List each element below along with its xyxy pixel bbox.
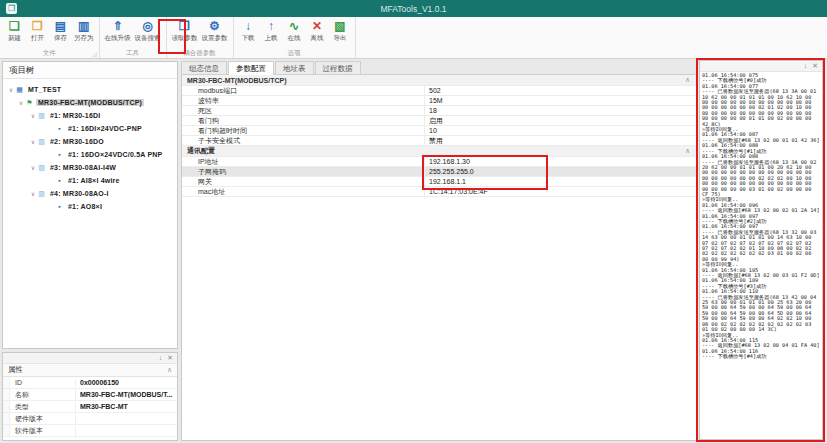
online-button[interactable]: ∿ 在线: [283, 18, 306, 48]
ribbon-group-file: ❏ 新建 ❒ 打开 ▤ 保存 ▥ 另存为 文件 ◿: [0, 17, 100, 58]
property-row[interactable]: ID 0x00006150: [3, 377, 177, 389]
parameter-value[interactable]: 15M: [425, 97, 696, 104]
properties-panel-toolbar: ↓ ✕: [3, 353, 177, 364]
log-line: ---- 已将数据发送至服务器(68 13 3A 00 02 20 62 00 …: [702, 160, 820, 198]
tab[interactable]: 地址表: [275, 61, 314, 75]
property-label: 类型: [10, 402, 76, 412]
parameter-label: 通讯配置: [182, 146, 215, 156]
tree-item[interactable]: ▪ #1: AI8×I 4wire: [3, 174, 177, 187]
online-upgrade-button[interactable]: ⇑ 在线升级: [103, 18, 133, 48]
tree-item[interactable]: ∨ ▥ #1: MR30-16DI: [3, 109, 177, 122]
pin-icon[interactable]: ↓: [159, 353, 163, 363]
download-button[interactable]: ↓ 下载: [237, 18, 260, 48]
expander-chevron-icon[interactable]: ∨: [29, 164, 37, 171]
expander-chevron-icon[interactable]: ∨: [29, 138, 37, 145]
tab[interactable]: 参数配置: [228, 61, 274, 75]
submodule-icon: ▪: [55, 203, 64, 210]
parameter-row[interactable]: 看门狗 启用: [182, 116, 696, 126]
toolbar-button-label: 在线升级: [105, 34, 131, 43]
toolbar-button-label: 保存: [54, 34, 67, 43]
offline-button[interactable]: ✕ 离线: [306, 18, 329, 48]
parameter-row[interactable]: 看门狗超时时间 10: [182, 126, 696, 136]
close-icon[interactable]: ✕: [812, 61, 818, 71]
expander-chevron-icon[interactable]: ∨: [17, 99, 25, 106]
row-gutter: [3, 425, 10, 436]
property-row[interactable]: 名称 MR30-FBC-MT(MODBUS/T...: [3, 389, 177, 401]
parameter-value[interactable]: 启用: [425, 116, 696, 126]
app-icon[interactable]: ❐: [6, 3, 17, 14]
tree-item-label: #3: MR30-08AI-I4W: [48, 164, 118, 171]
log-output[interactable]: 01.06 16:54:00 075 ---- 下载槽位号[#0]成功 01.0…: [700, 72, 822, 361]
tab[interactable]: 过程数据: [315, 61, 361, 75]
pin-icon[interactable]: ↓: [804, 61, 808, 71]
upload-button[interactable]: ↑ 上载: [260, 18, 283, 48]
parameter-value[interactable]: 192.168.1.30: [425, 158, 696, 165]
tree-item[interactable]: ∨ ▥ #3: MR30-08AI-I4W: [3, 161, 177, 174]
parameter-label: 波特率: [182, 96, 425, 105]
dialog-launcher-icon[interactable]: ◿: [93, 51, 97, 57]
property-value: MR30-FBC-MT(MODBUS/T...: [76, 391, 177, 398]
device-search-button[interactable]: ◎ 设备搜索: [133, 18, 163, 48]
online-link-icon: ∿: [289, 19, 299, 34]
new-button[interactable]: ❏ 新建: [3, 18, 26, 48]
submodule-icon: ▪: [55, 177, 64, 184]
export-button[interactable]: ▧ 导出: [329, 18, 352, 48]
properties-title[interactable]: 属性: [3, 364, 177, 377]
tree-item[interactable]: ▪ #1: AO8×I: [3, 200, 177, 213]
open-button[interactable]: ❒ 打开: [26, 18, 49, 48]
expander-chevron-icon[interactable]: ∨: [29, 112, 37, 119]
parameter-label: modbus端口: [182, 86, 425, 95]
tree-item[interactable]: ▪ #1: 16DI×24VDC-PNP: [3, 122, 177, 135]
ribbon-group-coupler-params: ❐ 读取参数 ⚙ 设置参数 耦合器参数: [167, 17, 234, 58]
upload-globe-icon: ↑: [268, 19, 274, 34]
parameter-value[interactable]: 255.255.255.0: [425, 168, 696, 175]
parameter-value[interactable]: 禁用: [425, 136, 696, 146]
toolbar-button-label: 下载: [242, 34, 255, 43]
search-icon: ◎: [142, 19, 152, 34]
set-params-button[interactable]: ⚙ 设置参数: [200, 18, 230, 48]
parameter-row[interactable]: 通讯配置: [182, 146, 696, 157]
save-as-button[interactable]: ▥ 另存为: [72, 18, 96, 48]
ribbon-group-label: 耦合器参数: [170, 48, 230, 58]
tree-item[interactable]: ∨ ▥ #4: MR30-08AO-I: [3, 187, 177, 200]
toolbar-button-label: 新建: [8, 34, 21, 43]
tree-item[interactable]: ∨ ▥ #2: MR30-16DO: [3, 135, 177, 148]
window-title: MFATools_V1.0.1: [381, 4, 447, 14]
read-params-button[interactable]: ❐ 读取参数: [170, 18, 200, 48]
parameter-value[interactable]: 192.168.1.1: [425, 178, 696, 185]
parameter-row[interactable]: 子网掩码 255.255.255.0: [182, 167, 696, 177]
parameter-row[interactable]: 子卡安全模式 禁用: [182, 136, 696, 146]
parameter-row[interactable]: 网关 192.168.1.1: [182, 177, 696, 187]
parameter-row[interactable]: modbus端口 502: [182, 86, 696, 96]
log-line: ---- 已将数据发送至服务器(68 13 3A 00 01 10 62 00 …: [702, 89, 820, 127]
close-icon[interactable]: ✕: [167, 353, 173, 363]
parameter-row[interactable]: 死区 18: [182, 106, 696, 116]
expander-chevron-icon[interactable]: ∨: [29, 190, 37, 197]
parameter-value[interactable]: 1C:14:17:03:0E:4F: [425, 188, 696, 195]
parameter-row[interactable]: IP地址 192.168.1.30: [182, 157, 696, 167]
save-button[interactable]: ▤ 保存: [49, 18, 72, 48]
parameter-label: MR30-FBC-MT(MODBUS/TCP): [182, 75, 287, 85]
parameter-row[interactable]: MR30-FBC-MT(MODBUS/TCP): [182, 75, 696, 86]
tree-item[interactable]: ∨ ▦ MT_TEST: [3, 83, 177, 96]
ribbon-group-tools: ⇑ 在线升级 ◎ 设备搜索 工具: [100, 17, 167, 58]
parameter-value[interactable]: 10: [425, 127, 696, 134]
parameter-value[interactable]: 18: [425, 107, 696, 114]
property-row[interactable]: 硬件版本: [3, 413, 177, 425]
log-panel: ↓ ✕ 01.06 16:54:00 075 ---- 下载槽位号[#0]成功 …: [699, 60, 823, 440]
property-row[interactable]: 软件版本: [3, 425, 177, 437]
tree-item[interactable]: ∨ ⚑ MR30-FBC-MT(MODBUS/TCP): [3, 96, 177, 109]
parameter-row[interactable]: mac地址 1C:14:17:03:0E:4F: [182, 187, 696, 197]
tree-item-label: MR30-FBC-MT(MODBUS/TCP): [36, 99, 144, 106]
property-label: 硬件版本: [10, 414, 76, 424]
upgrade-arrow-icon: ⇑: [112, 19, 122, 34]
toolbar-button-label: 设置参数: [202, 34, 228, 43]
parameter-value[interactable]: 502: [425, 87, 696, 94]
project-tree-title: 项目树: [3, 62, 177, 79]
tree-item[interactable]: ▪ #1: 16DO×24VDC/0.5A PNP: [3, 148, 177, 161]
property-row[interactable]: 类型 MR30-FBC-MT: [3, 401, 177, 413]
parameter-row[interactable]: 波特率 15M: [182, 96, 696, 106]
expander-chevron-icon[interactable]: ∨: [7, 86, 15, 93]
tree-item-label: #1: AO8×I: [66, 203, 104, 210]
tab[interactable]: 组态信息: [181, 61, 227, 75]
